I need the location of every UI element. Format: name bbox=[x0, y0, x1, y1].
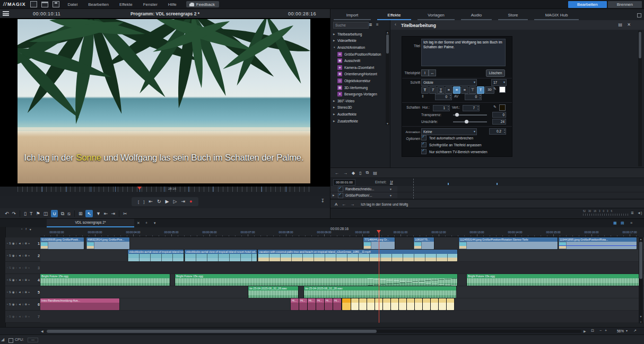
effects-tree-scrollbar[interactable]: ▲ ▼ bbox=[386, 31, 389, 125]
kf-prev-icon[interactable]: ← bbox=[342, 202, 346, 207]
effects-tree-item[interactable]: ▶Audioeffekte bbox=[330, 111, 386, 118]
play-range-icon[interactable]: ▷ bbox=[173, 197, 177, 206]
redo-icon[interactable]: ↷ bbox=[12, 210, 16, 217]
kf-a-icon[interactable]: A bbox=[335, 202, 337, 207]
checkbox-checked-icon[interactable]: ✓ bbox=[421, 142, 427, 147]
text-style-icon[interactable]: T bbox=[477, 86, 484, 94]
tab-effekte[interactable]: Effekte bbox=[377, 13, 411, 20]
transition-icon[interactable]: ↕ bbox=[15, 303, 17, 306]
hscroll-handle[interactable] bbox=[47, 330, 377, 333]
visibility-icon[interactable]: ◉ bbox=[12, 242, 15, 245]
keyframe-diamond-icon[interactable] bbox=[448, 183, 449, 185]
mute-icon[interactable]: ◄ bbox=[18, 266, 21, 269]
track-lane-2[interactable]: videoblocks-aerial-view-of-tropical-isla… bbox=[40, 250, 644, 262]
track-fx-icon[interactable]: f bbox=[25, 227, 27, 231]
track-header-1[interactable]: ▫S◉↕◄↕⊕+1 bbox=[5, 237, 42, 250]
menu-effekte[interactable]: Effekte bbox=[114, 1, 138, 8]
lock-icon[interactable]: ▫ bbox=[7, 266, 8, 269]
animation-select[interactable]: Keine▾ bbox=[421, 128, 477, 135]
title-overlay-text[interactable]: Ich lag in der Sonne und Wolfgang las se… bbox=[18, 153, 310, 163]
multicam-view-icon[interactable]: ≡ bbox=[630, 221, 632, 225]
move-icon[interactable]: + bbox=[28, 242, 30, 245]
move-left-icon[interactable]: ⇤ bbox=[104, 210, 108, 217]
kf-copy-icon[interactable]: ⧉ bbox=[366, 170, 369, 175]
kf-next-icon[interactable]: → bbox=[350, 202, 354, 207]
burn-mode-button[interactable]: Brennen bbox=[608, 1, 642, 8]
snap-icon[interactable]: ∪ bbox=[51, 210, 58, 217]
font-color-picker-icon[interactable]: ✎ bbox=[493, 87, 497, 91]
transition-icon[interactable]: ↕ bbox=[15, 278, 17, 281]
title-clip[interactable]: Hi... bbox=[333, 298, 341, 310]
checkbox-checked-icon[interactable]: ✓ bbox=[421, 135, 427, 140]
effects-tree-item[interactable]: ▶Stereo3D bbox=[330, 104, 386, 111]
visibility-icon[interactable]: ◉ bbox=[12, 303, 15, 306]
fx-route-icon[interactable]: ⊕ bbox=[24, 278, 27, 281]
effects-tree-item[interactable]: ◉Orientierung/Horizont bbox=[330, 71, 386, 78]
edit-mode-button[interactable]: Bearbeiten bbox=[568, 1, 607, 8]
move-right-icon[interactable]: ⇥ bbox=[111, 210, 115, 217]
menu-bearbeiten[interactable]: Bearbeiten bbox=[83, 1, 114, 8]
audio-clip[interactable]: tts-25-04-2025-08_32_28.wav bbox=[248, 286, 298, 298]
fx-route-icon[interactable]: ⊕ bbox=[24, 315, 27, 318]
text-cursor-icon[interactable]: I bbox=[421, 69, 429, 76]
effects-tree-item[interactable]: ◈Kamera-/Zoomfahrt bbox=[330, 64, 386, 71]
search-input[interactable]: Suche bbox=[333, 22, 369, 29]
title-clip[interactable] bbox=[415, 298, 422, 310]
zoom-menu-icon[interactable]: ▾ bbox=[626, 329, 628, 332]
move-icon[interactable]: + bbox=[28, 254, 30, 257]
shadow-color-picker-icon[interactable]: ✎ bbox=[493, 105, 497, 109]
playhead-marker-icon[interactable] bbox=[377, 230, 381, 233]
video-clip[interactable]: videoblocks-aerial-view-of-tropical-isla… bbox=[128, 250, 184, 261]
mute-icon[interactable]: ◄ bbox=[18, 290, 21, 294]
fade-icon[interactable]: ↕ bbox=[22, 266, 24, 269]
effects-tree-item[interactable]: ▶Titelbearbeitung bbox=[330, 31, 386, 38]
param-checkbox[interactable]: ✓ bbox=[338, 193, 343, 198]
image-clip[interactable]: 510035935.jpeg Größe/Positi... bbox=[40, 237, 84, 249]
bold-icon[interactable]: T bbox=[421, 86, 429, 94]
tab-menu-icon[interactable]: ▾ bbox=[154, 221, 156, 225]
undo-icon[interactable]: ↶ bbox=[5, 210, 9, 217]
range-out-icon[interactable]: ] bbox=[143, 197, 144, 206]
text-width-icon[interactable]: ↔ bbox=[429, 69, 436, 76]
line-spacing-stepper[interactable]: 0▴▾ bbox=[435, 94, 452, 100]
title-clip[interactable]: Hi... bbox=[299, 298, 307, 310]
lock-icon[interactable]: ▫ bbox=[7, 303, 8, 306]
playhead-line[interactable] bbox=[379, 231, 379, 323]
play-icon[interactable]: ▶ bbox=[166, 197, 169, 206]
effects-tree-item[interactable]: ▼Ansicht/Animation bbox=[330, 44, 386, 51]
record-icon[interactable]: ● bbox=[189, 197, 192, 206]
fade-icon[interactable]: ↕ bbox=[22, 254, 24, 257]
scroll-up-icon[interactable]: ▲ bbox=[386, 31, 389, 34]
timeline-vscrollbar[interactable]: ▲ ▼ + bbox=[639, 237, 643, 323]
italic-icon[interactable]: T bbox=[429, 86, 437, 94]
effects-tree-item[interactable]: ▶Zusatzeffekte bbox=[330, 118, 386, 125]
undock-panel-icon[interactable] bbox=[637, 13, 641, 17]
razor-icon[interactable]: ✂ bbox=[123, 210, 127, 217]
scroll-right-icon[interactable]: ▶ bbox=[584, 329, 586, 333]
lock-icon[interactable]: ▫ bbox=[7, 254, 8, 257]
new-project-icon[interactable] bbox=[30, 1, 37, 7]
move-icon[interactable]: + bbox=[28, 278, 30, 281]
underline-icon[interactable]: T bbox=[437, 86, 445, 94]
tab-vorlagen[interactable]: Vorlagen bbox=[417, 13, 455, 20]
audio-clip[interactable]: tts-25-04-2025-08_32_28.wav bbox=[304, 286, 456, 298]
transition-icon[interactable]: ↕ bbox=[15, 254, 17, 257]
lock-icon[interactable]: ▫ bbox=[7, 290, 8, 294]
title-clip[interactable] bbox=[407, 298, 414, 310]
title-clip[interactable] bbox=[431, 298, 438, 310]
track-lock-icon[interactable]: ▫ bbox=[21, 227, 22, 231]
panel-close-icon[interactable]: ✕ bbox=[627, 22, 631, 27]
kerning-stepper[interactable]: 0▴▾ bbox=[465, 94, 482, 100]
storyboard-view-icon[interactable]: ▦ bbox=[613, 221, 617, 225]
solo-icon[interactable]: S bbox=[9, 278, 11, 281]
close-tab-icon[interactable]: ✕ bbox=[137, 221, 140, 225]
solo-icon[interactable]: S bbox=[9, 266, 11, 269]
unit-value[interactable]: 1f bbox=[390, 180, 393, 184]
feedback-button[interactable]: Feedback bbox=[186, 1, 219, 7]
font-color-swatch[interactable] bbox=[499, 86, 506, 93]
param-menu-icon[interactable]: ▾ bbox=[390, 193, 391, 197]
title-clip[interactable] bbox=[391, 298, 398, 310]
keyframe-timecode[interactable]: 00:00:01:00 bbox=[333, 179, 355, 186]
loop-icon[interactable]: ↻ bbox=[157, 197, 161, 206]
title-clip[interactable] bbox=[447, 298, 454, 310]
